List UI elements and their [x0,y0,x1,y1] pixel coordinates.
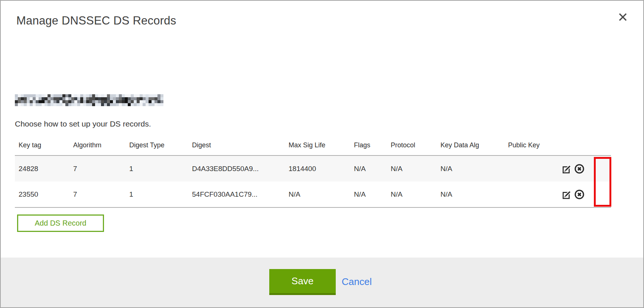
table-row: 23550 7 1 54FCF030AA1C79... N/A N/A N/A … [15,181,611,207]
cell-digest-type: 1 [126,181,188,207]
cell-max-sig-life: 1814400 [285,155,350,181]
cell-key-tag: 23550 [15,181,69,207]
cell-flags: N/A [350,155,387,181]
cell-algorithm: 7 [69,181,126,207]
edit-record-button[interactable] [562,189,572,200]
row-actions [558,181,611,207]
cell-public-key [504,155,558,181]
cell-protocol: N/A [387,181,437,207]
cell-digest-type: 1 [126,155,188,181]
cancel-link[interactable]: Cancel [342,276,372,288]
cell-key-data-alg: N/A [437,181,504,207]
col-header-algorithm: Algorithm [69,135,126,155]
setup-instruction-text: Choose how to set up your DS records. [15,119,151,128]
close-button[interactable] [617,12,628,23]
cell-digest: 54FCF030AA1C79... [188,181,285,207]
col-header-key-tag: Key tag [15,135,69,155]
edit-icon [562,164,572,174]
col-header-protocol: Protocol [387,135,437,155]
row-actions [558,155,611,181]
edit-record-button[interactable] [562,164,572,174]
cell-flags: N/A [350,181,387,207]
table-row: 24828 7 1 D4A33E8DD550A9... 1814400 N/A … [15,155,611,181]
cell-digest: D4A33E8DD550A9... [188,155,285,181]
col-header-digest: Digest [188,135,285,155]
col-header-max-sig-life: Max Sig Life [285,135,350,155]
edit-icon [562,189,572,200]
save-button[interactable]: Save [269,269,336,295]
cell-algorithm: 7 [69,155,126,181]
cell-protocol: N/A [387,155,437,181]
cell-max-sig-life: N/A [285,181,350,207]
redacted-domain-name [15,94,163,106]
dialog-footer: Save Cancel [1,258,643,307]
table-header-row: Key tag Algorithm Digest Type Digest Max… [15,135,611,155]
dialog-title: Manage DNSSEC DS Records [16,14,176,27]
col-header-public-key: Public Key [504,135,558,155]
col-header-flags: Flags [350,135,387,155]
cell-public-key [504,181,558,207]
col-header-key-data-alg: Key Data Alg [437,135,504,155]
col-header-actions [558,135,611,155]
dnssec-dialog: Manage DNSSEC DS Records Choose how to s… [0,0,644,308]
close-icon [618,12,628,22]
cell-key-tag: 24828 [15,155,69,181]
circle-x-delete-icon [574,164,585,174]
cell-key-data-alg: N/A [437,155,504,181]
delete-record-button[interactable] [574,164,585,174]
col-header-digest-type: Digest Type [126,135,188,155]
circle-x-delete-icon [574,189,585,200]
add-ds-record-button[interactable]: Add DS Record [17,214,104,232]
delete-record-button[interactable] [574,189,585,200]
ds-records-table: Key tag Algorithm Digest Type Digest Max… [15,135,611,208]
